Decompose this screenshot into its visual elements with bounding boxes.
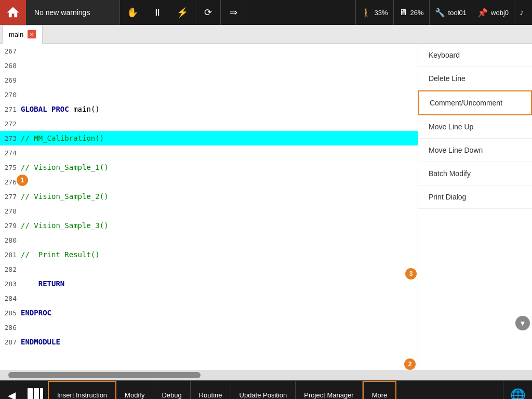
nav-left-btn[interactable]: ◀ xyxy=(0,381,23,400)
hscroll-thumb[interactable] xyxy=(8,372,201,378)
menu-item-delete-line[interactable]: Delete Line xyxy=(418,67,532,90)
line-number: 268 xyxy=(0,62,21,70)
status-speed: 🚶 33% xyxy=(355,0,393,25)
tools-icon: 🔧 xyxy=(435,8,445,18)
topbar: No new warnings ✋ ⏸ ⚡ ⟳ ⇒ 🚶 33% 🖥 26% 🔧 … xyxy=(0,0,532,25)
monitor-icon: 🖥 xyxy=(399,8,407,17)
scroll-down-btn[interactable]: ▼ xyxy=(515,316,530,330)
loop-icon[interactable]: ⟳ xyxy=(195,0,220,25)
status-wobj: 📌 wobj0 xyxy=(472,0,514,25)
tab-close-btn[interactable]: ✕ xyxy=(28,30,36,38)
menu-item-comment-uncomment[interactable]: Comment/Uncomment xyxy=(418,90,532,115)
hscroll[interactable] xyxy=(0,370,532,380)
line-number: 285 xyxy=(0,309,21,317)
line-number: 280 xyxy=(0,236,21,244)
status-tool: 🔧 tool01 xyxy=(429,0,472,25)
annotation-3: 3 xyxy=(405,268,417,280)
context-menu: KeyboardDelete LineComment/UncommentMove… xyxy=(418,44,532,370)
menu-item-print-dialog[interactable]: Print Dialog xyxy=(418,185,532,209)
line-number: 277 xyxy=(0,193,21,201)
status-cpu: 🖥 26% xyxy=(393,0,429,25)
line-number: 284 xyxy=(0,295,21,302)
line-number: 273 xyxy=(0,135,21,142)
bottom-menu-item-debug[interactable]: Debug xyxy=(153,381,190,400)
pause-icon[interactable]: ⏸ xyxy=(145,0,170,25)
line-number: 278 xyxy=(0,207,21,215)
line-number: 274 xyxy=(0,149,21,157)
bottom-menu-item-project-manager[interactable]: Project Manager xyxy=(296,381,362,400)
main-area: 267268269270271GLOBAL PROC main()272273/… xyxy=(0,44,532,370)
pin-icon: 📌 xyxy=(477,8,488,18)
annotation-2: 2 xyxy=(404,358,416,370)
line-number: 275 xyxy=(0,164,21,171)
bottom-menu-item-routine[interactable]: Routine xyxy=(191,381,231,400)
walk-icon: 🚶 xyxy=(361,8,371,18)
warning-label: No new warnings xyxy=(26,0,119,25)
line-number: 279 xyxy=(0,222,21,230)
note-icon: ♪ xyxy=(520,8,524,17)
line-number: 272 xyxy=(0,120,21,128)
bottom-menu-item-modify[interactable]: Modify xyxy=(116,381,153,400)
line-number: 281 xyxy=(0,251,21,259)
tab-main[interactable]: main ✕ xyxy=(2,25,43,44)
menu-item-move-line-up[interactable]: Move Line Up xyxy=(418,115,532,139)
status-extra: ♪ xyxy=(514,0,532,25)
line-number: 270 xyxy=(0,91,21,99)
bottom-menu-item-insert-instruction[interactable]: Insert Instruction xyxy=(48,381,116,400)
tab-bar: main ✕ xyxy=(0,25,532,44)
globe-btn[interactable]: 🌐 xyxy=(503,381,532,400)
annotation-1: 1 xyxy=(17,175,28,186)
line-number: 287 xyxy=(0,338,21,346)
line-number: 286 xyxy=(0,324,21,331)
menu-item-batch-modify[interactable]: Batch Modify xyxy=(418,162,532,185)
arrow-icon[interactable]: ⇒ xyxy=(221,0,246,25)
flash-icon[interactable]: ⚡ xyxy=(170,0,195,25)
menu-item-keyboard[interactable]: Keyboard xyxy=(418,44,532,67)
hand-icon[interactable]: ✋ xyxy=(120,0,145,25)
menu-item-move-line-down[interactable]: Move Line Down xyxy=(418,139,532,162)
line-number: 267 xyxy=(0,47,21,55)
bottom-menu-item-update-position[interactable]: Update Position xyxy=(231,381,296,400)
home-icon[interactable] xyxy=(0,0,26,25)
line-number: 282 xyxy=(0,265,21,273)
bottom-menu-item-more[interactable]: More xyxy=(363,381,397,400)
divider4 xyxy=(246,0,246,25)
line-number: 269 xyxy=(0,76,21,84)
bottom-bar: ◀ Insert InstructionModifyDebugRoutineUp… xyxy=(0,380,532,399)
line-number: 283 xyxy=(0,280,21,288)
panel-btn[interactable] xyxy=(23,381,48,400)
line-number: 271 xyxy=(0,105,21,113)
